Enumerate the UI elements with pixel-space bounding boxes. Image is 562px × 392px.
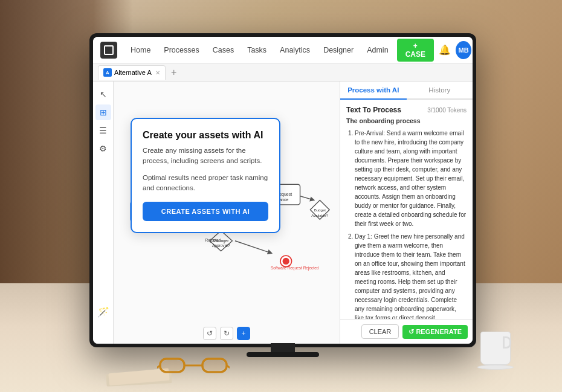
coffee-cup: [477, 332, 514, 374]
monitor-base: [247, 352, 319, 357]
regenerate-button[interactable]: ↺ REGENERATE: [402, 325, 468, 339]
avatar[interactable]: MB: [456, 41, 471, 59]
tab-label: Alternative A: [114, 69, 152, 76]
svg-text:Available?: Available?: [311, 214, 328, 217]
clear-button[interactable]: CLEAR: [361, 324, 399, 339]
sidebar-icons: ↖ ⊞ ☰ ⚙ 🪄: [93, 82, 114, 344]
nav-bar: Home Processes Cases Tasks Analytics Des…: [93, 37, 473, 63]
add-tab-button[interactable]: +: [168, 66, 180, 79]
ai-tooltip-title: Create your assets with AI: [143, 130, 268, 141]
canvas-area[interactable]: Create your assets with AI Create any mi…: [114, 82, 340, 344]
ai-panel: Process with AI History Text To Process …: [340, 82, 473, 344]
ai-panel-content: The onboarding process Pre-Arrival: Send…: [346, 117, 467, 319]
tab-alt-icon: A: [103, 68, 112, 77]
create-assets-ai-button[interactable]: CREATE ASSETS WITH AI: [143, 202, 268, 221]
svg-text:Rejected: Rejected: [205, 238, 221, 243]
tab-bar: A Alternative A ✕ +: [93, 63, 473, 82]
nav-item-cases[interactable]: Cases: [207, 43, 240, 57]
svg-point-23: [204, 359, 225, 371]
nav-item-analytics[interactable]: Analytics: [274, 43, 316, 57]
tab-close-icon[interactable]: ✕: [155, 69, 160, 76]
main-content: ↖ ⊞ ☰ ⚙ 🪄 Create your assets with AI Cre…: [93, 82, 473, 344]
tab-process-ai[interactable]: Process with AI: [340, 82, 407, 100]
redo-button[interactable]: ↻: [220, 327, 233, 340]
svg-point-16: [283, 258, 289, 265]
notifications-icon[interactable]: 🔔: [439, 44, 451, 56]
monitor-screen: Home Processes Cases Tasks Analytics Des…: [93, 37, 473, 344]
tab-history[interactable]: History: [407, 82, 473, 98]
svg-point-22: [161, 359, 183, 371]
monitor-stand: [89, 343, 476, 355]
nav-right: + CASE 🔔 MB: [397, 39, 471, 62]
cup-saucer: [477, 365, 514, 370]
canvas-toolbar: ↺ ↻ +: [203, 327, 250, 340]
glasses: [157, 353, 230, 377]
add-case-button[interactable]: + CASE: [397, 39, 434, 62]
nav-items: Home Processes Cases Tasks Analytics Des…: [124, 43, 395, 57]
ai-panel-tabs: Process with AI History: [340, 82, 473, 100]
nav-item-tasks[interactable]: Tasks: [241, 43, 273, 57]
ai-tooltip-popup: Create your assets with AI Create any mi…: [131, 118, 280, 233]
add-element-button[interactable]: +: [237, 327, 250, 340]
sidebar-pointer-icon[interactable]: ↖: [95, 86, 111, 102]
nav-item-admin[interactable]: Admin: [361, 43, 394, 57]
ai-panel-footer: CLEAR ↺ REGENERATE: [340, 319, 473, 344]
cup-body: [480, 332, 511, 365]
nav-item-processes[interactable]: Processes: [158, 43, 205, 57]
tab-alternative-a[interactable]: A Alternative A ✕: [98, 65, 166, 80]
nav-item-home[interactable]: Home: [124, 43, 157, 57]
sidebar-list-icon[interactable]: ☰: [95, 123, 111, 138]
cup-handle: [503, 336, 511, 349]
ai-tooltip-desc1: Create any missing assets for the proces…: [143, 146, 268, 167]
monitor-neck: [271, 343, 295, 352]
svg-text:Approval?: Approval?: [212, 243, 230, 248]
ai-tooltip-desc2: Optimal results need proper task naming …: [143, 173, 268, 194]
logo-icon: [104, 45, 114, 55]
ai-panel-section-title: Text To Process 3/1000 Tokens: [346, 106, 467, 114]
nav-item-designer[interactable]: Designer: [317, 43, 360, 57]
sidebar-settings-icon[interactable]: ⚙: [95, 141, 111, 156]
process-item-1: Pre-Arrival: Send a warm welcome email t…: [355, 129, 467, 228]
monitor: Home Processes Cases Tasks Analytics Des…: [89, 33, 476, 347]
budget-label: Budget: [314, 208, 326, 212]
svg-line-4: [235, 241, 272, 254]
rejected-label: Software Request Rejected: [271, 266, 319, 271]
sidebar-network-icon[interactable]: ⊞: [95, 104, 111, 120]
app-logo[interactable]: [100, 42, 117, 59]
undo-button[interactable]: ↺: [203, 327, 216, 340]
ai-magic-icon[interactable]: 🪄: [95, 304, 111, 320]
process-item-2: Day 1: Greet the new hire personally and…: [355, 232, 467, 319]
ai-panel-body[interactable]: Text To Process 3/1000 Tokens The onboar…: [340, 100, 473, 319]
tokens-badge: 3/1000 Tokens: [427, 107, 467, 114]
